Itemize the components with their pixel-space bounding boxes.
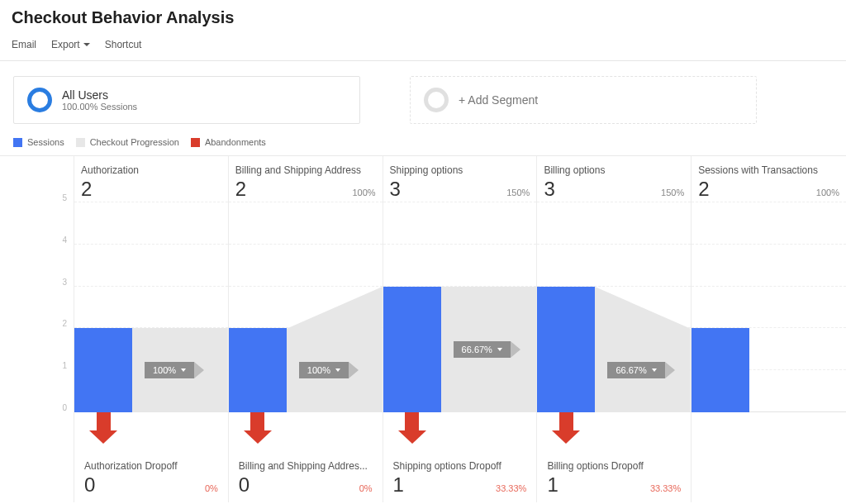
dropoff-pct: 33.33% <box>496 483 526 493</box>
abandonment-arrow-icon <box>398 412 426 447</box>
legend: Sessions Checkout Progression Abandonmen… <box>0 134 846 155</box>
y-tick: 3 <box>62 277 67 286</box>
segment-all-users[interactable]: All Users 100.00% Sessions <box>13 76 360 124</box>
caret-down-icon <box>497 348 502 351</box>
dropoff-label: Shipping options Dropoff <box>393 460 527 472</box>
legend-sessions[interactable]: Sessions <box>13 137 64 147</box>
legend-progression[interactable]: Checkout Progression <box>76 137 179 147</box>
y-tick: 0 <box>62 403 67 412</box>
session-bar <box>74 328 132 412</box>
donut-placeholder-icon <box>424 88 449 112</box>
step-pct: 100% <box>352 188 375 197</box>
step-label: Authorization <box>81 164 221 176</box>
progression-pill[interactable]: 100% <box>145 362 204 378</box>
toolbar: Email Export Shortcut <box>0 32 846 61</box>
session-bar <box>537 287 595 412</box>
dropoff-pct: 0% <box>359 483 373 493</box>
dropoff-label: Authorization Dropoff <box>84 460 218 472</box>
swatch-icon <box>13 138 22 147</box>
funnel-step[interactable]: Authorization2100%Authorization Dropoff0… <box>74 156 229 502</box>
progression-pill[interactable]: 100% <box>299 362 359 378</box>
dropoff-panel: Authorization Dropoff00% <box>74 454 228 502</box>
step-sessions: 3 <box>390 178 401 201</box>
progression-connector <box>287 287 383 412</box>
progression-connector <box>595 287 691 412</box>
donut-icon <box>27 88 52 112</box>
dropoff-value: 0 <box>239 473 250 497</box>
dropoff-value: 1 <box>547 473 558 497</box>
arrow-right-icon <box>665 362 675 378</box>
add-segment-button[interactable]: + Add Segment <box>410 76 757 124</box>
add-segment-label: + Add Segment <box>459 93 538 107</box>
y-tick: 5 <box>62 193 67 202</box>
page-title: Checkout Behavior Analysis <box>12 8 834 27</box>
caret-down-icon <box>83 43 90 46</box>
dropoff-pct: 33.33% <box>650 483 681 493</box>
dropoff-panel: Billing options Dropoff133.33% <box>537 454 691 502</box>
funnel-step[interactable]: Sessions with Transactions2100% <box>692 156 846 502</box>
swatch-icon <box>191 138 200 147</box>
progression-pct: 66.67% <box>462 345 492 354</box>
progression-pill[interactable]: 66.67% <box>607 362 674 378</box>
arrow-right-icon <box>349 362 359 378</box>
caret-down-icon <box>181 368 186 372</box>
step-label: Billing and Shipping Address <box>235 164 376 176</box>
caret-down-icon <box>652 368 657 372</box>
dropoff-pct: 0% <box>205 483 218 493</box>
session-bar <box>692 328 749 412</box>
funnel-step[interactable]: Billing and Shipping Address2100%100%Bil… <box>229 156 383 502</box>
funnel-step[interactable]: Shipping options3150%66.67%Shipping opti… <box>383 156 538 502</box>
step-pct: 150% <box>661 188 684 197</box>
funnel-step[interactable]: Billing options3150%66.67%Billing option… <box>537 156 692 502</box>
step-label: Sessions with Transactions <box>698 164 839 176</box>
arrow-right-icon <box>511 341 520 358</box>
caret-down-icon <box>335 368 340 372</box>
abandonment-arrow-icon <box>244 412 272 447</box>
dropoff-label: Billing options Dropoff <box>547 460 681 472</box>
session-bar <box>229 328 287 412</box>
dropoff-panel: Billing and Shipping Addres...00% <box>229 454 383 502</box>
segment-subtitle: 100.00% Sessions <box>62 102 137 112</box>
funnel-chart: 012345Authorization2100%Authorization Dr… <box>0 155 846 502</box>
shortcut-button[interactable]: Shortcut <box>105 39 142 50</box>
legend-label: Abandonments <box>205 137 266 147</box>
progression-pct: 100% <box>153 365 176 375</box>
dropoff-value: 0 <box>84 473 95 497</box>
dropoff-panel: Shipping options Dropoff133.33% <box>383 454 537 502</box>
step-pct: 150% <box>506 188 530 197</box>
export-label: Export <box>51 39 80 50</box>
step-sessions: 3 <box>544 178 554 201</box>
email-button[interactable]: Email <box>12 39 36 50</box>
dropoff-value: 1 <box>393 473 404 497</box>
legend-label: Sessions <box>27 137 64 147</box>
legend-abandonments[interactable]: Abandonments <box>191 137 266 147</box>
arrow-right-icon <box>194 362 204 378</box>
step-label: Shipping options <box>390 164 530 176</box>
abandonment-arrow-icon <box>552 412 580 447</box>
y-tick: 4 <box>62 235 67 244</box>
swatch-icon <box>76 138 85 147</box>
svg-marker-3 <box>595 287 691 412</box>
y-tick: 1 <box>62 361 67 370</box>
step-pct: 100% <box>816 188 839 197</box>
progression-pct: 100% <box>307 365 330 375</box>
step-sessions: 2 <box>81 178 92 201</box>
legend-label: Checkout Progression <box>90 137 179 147</box>
step-sessions: 2 <box>698 178 709 201</box>
segment-title: All Users <box>62 88 137 102</box>
dropoff-label: Billing and Shipping Addres... <box>239 460 373 472</box>
step-sessions: 2 <box>235 178 246 201</box>
y-tick: 2 <box>62 319 67 328</box>
progression-pct: 66.67% <box>615 365 646 375</box>
session-bar <box>383 287 441 412</box>
abandonment-arrow-icon <box>89 412 117 447</box>
step-label: Billing options <box>544 164 684 176</box>
progression-pill[interactable]: 66.67% <box>454 341 520 358</box>
export-button[interactable]: Export <box>51 39 90 50</box>
svg-marker-1 <box>287 287 383 412</box>
